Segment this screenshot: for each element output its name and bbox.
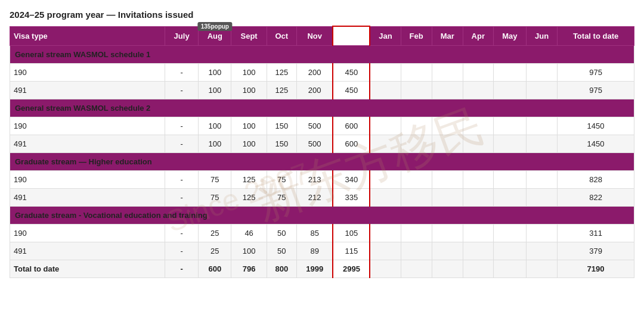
total-cell-jan <box>370 260 401 278</box>
col-header-nov: Nov <box>296 26 333 46</box>
total-cell-nov: 1999 <box>296 260 333 278</box>
data-cell-jun <box>527 135 558 153</box>
table-row: 190-1001001505006001450 <box>10 117 634 135</box>
data-cell-jun <box>527 242 558 260</box>
data-cell-jan <box>370 242 401 260</box>
table-row: 491-7512575212335822 <box>10 189 634 207</box>
table-header-row: Visa typeJuly135popupAugSeptOctNovDecJan… <box>10 26 634 46</box>
data-cell-may <box>493 225 526 242</box>
total-cell-sept: 796 <box>231 260 267 278</box>
total-cell-apr <box>463 260 493 278</box>
data-cell-nov: 200 <box>296 82 333 99</box>
table-row: 491-1001001505006001450 <box>10 135 634 153</box>
data-cell-total: 311 <box>558 225 634 242</box>
data-cell-oct: 50 <box>267 225 296 242</box>
data-cell-dec: 105 <box>333 225 370 242</box>
total-cell-feb <box>401 260 432 278</box>
data-cell-mar <box>432 189 463 207</box>
data-cell-aug: 75 <box>199 171 231 189</box>
col-header-sept: Sept <box>231 26 267 46</box>
category-row: Graduate stream — Higher education <box>10 153 634 171</box>
col-header-may: May <box>493 26 526 46</box>
data-cell-jun <box>527 64 558 82</box>
category-label: Graduate stream — Higher education <box>10 153 634 171</box>
category-row: General stream WASMOL schedule 1 <box>10 46 634 64</box>
data-cell-dec: 450 <box>333 82 370 99</box>
data-cell-aug: 100 <box>199 135 231 153</box>
data-cell-apr <box>463 135 493 153</box>
data-cell-july: - <box>165 82 199 99</box>
data-cell-jun <box>527 225 558 242</box>
table-row: 190-25465085105311 <box>10 225 634 242</box>
data-cell-total: 822 <box>558 189 634 207</box>
data-cell-oct: 75 <box>267 189 296 207</box>
data-cell-oct: 125 <box>267 64 296 82</box>
col-header-aug: 135popupAug <box>199 26 231 46</box>
col-header-total-to-date: Total to date <box>558 26 634 46</box>
data-cell-nov: 89 <box>296 242 333 260</box>
data-cell-jan <box>370 82 401 99</box>
data-cell-may <box>493 135 526 153</box>
data-cell-dec: 340 <box>333 171 370 189</box>
data-cell-feb <box>401 171 432 189</box>
data-cell-jun <box>527 189 558 207</box>
data-cell-oct: 75 <box>267 171 296 189</box>
data-cell-sept: 100 <box>231 82 267 99</box>
data-cell-apr <box>463 189 493 207</box>
data-cell-aug: 25 <box>199 225 231 242</box>
data-cell-july: - <box>165 225 199 242</box>
total-cell-jun <box>527 260 558 278</box>
total-row: Total to date-600796800199929957190 <box>10 260 634 278</box>
data-cell-nov: 500 <box>296 135 333 153</box>
data-cell-sept: 46 <box>231 225 267 242</box>
total-cell-oct: 800 <box>267 260 296 278</box>
data-cell-july: - <box>165 135 199 153</box>
table-row: 491-251005089115379 <box>10 242 634 260</box>
data-cell-july: - <box>165 189 199 207</box>
total-cell-may <box>493 260 526 278</box>
data-cell-may <box>493 242 526 260</box>
col-header-apr: Apr <box>463 26 493 46</box>
col-header-july: July <box>165 26 199 46</box>
data-cell-jan <box>370 171 401 189</box>
data-cell-nov: 85 <box>296 225 333 242</box>
data-cell-total: 975 <box>558 82 634 99</box>
data-cell-feb <box>401 117 432 135</box>
data-cell-july: - <box>165 117 199 135</box>
data-cell-july: - <box>165 171 199 189</box>
data-cell-apr <box>463 225 493 242</box>
data-cell-feb <box>401 225 432 242</box>
data-cell-sept: 100 <box>231 135 267 153</box>
data-cell-sept: 100 <box>231 117 267 135</box>
data-cell-aug: 25 <box>199 242 231 260</box>
data-cell-visa: 190 <box>10 117 165 135</box>
category-label: General stream WASMOL schedule 2 <box>10 99 634 117</box>
page-title: 2024–25 program year — Invitations issue… <box>10 10 634 20</box>
total-cell-visa: Total to date <box>10 260 165 278</box>
data-cell-oct: 125 <box>267 82 296 99</box>
data-cell-apr <box>463 171 493 189</box>
total-cell-total: 7190 <box>558 260 634 278</box>
data-cell-mar <box>432 82 463 99</box>
data-cell-sept: 125 <box>231 171 267 189</box>
table-row: 190-100100125200450975 <box>10 64 634 82</box>
data-cell-sept: 100 <box>231 64 267 82</box>
total-cell-dec: 2995 <box>333 260 370 278</box>
data-cell-aug: 100 <box>199 82 231 99</box>
data-cell-nov: 212 <box>296 189 333 207</box>
data-cell-dec: 115 <box>333 242 370 260</box>
data-cell-oct: 50 <box>267 242 296 260</box>
data-cell-visa: 190 <box>10 64 165 82</box>
invitations-table: Visa typeJuly135popupAugSeptOctNovDecJan… <box>10 26 634 278</box>
data-cell-may <box>493 117 526 135</box>
data-cell-may <box>493 189 526 207</box>
data-cell-apr <box>463 242 493 260</box>
data-cell-mar <box>432 225 463 242</box>
data-cell-dec: 600 <box>333 117 370 135</box>
data-cell-dec: 600 <box>333 135 370 153</box>
data-cell-mar <box>432 135 463 153</box>
total-cell-aug: 600 <box>199 260 231 278</box>
data-cell-jun <box>527 171 558 189</box>
data-cell-mar <box>432 171 463 189</box>
data-cell-dec: 335 <box>333 189 370 207</box>
